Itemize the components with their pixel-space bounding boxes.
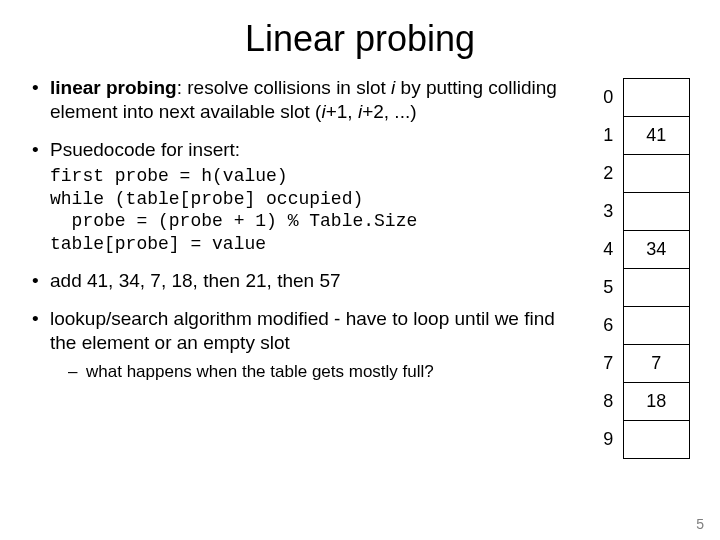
table-row: 0 <box>594 79 690 117</box>
bullet-pseudocode: Psuedocode for insert: first probe = h(v… <box>30 138 580 256</box>
row-index: 2 <box>594 155 623 193</box>
table-row: 434 <box>594 231 690 269</box>
page-title: Linear probing <box>30 18 690 60</box>
bullet-add-sequence: add 41, 34, 7, 18, then 21, then 57 <box>30 269 580 293</box>
text: lookup/search algorithm modified - have … <box>50 308 555 353</box>
row-index: 0 <box>594 79 623 117</box>
row-value: 18 <box>623 383 689 421</box>
table-row: 3 <box>594 193 690 231</box>
hash-table-column: 0 141 2 3 434 5 6 77 818 9 <box>594 76 690 459</box>
row-value <box>623 155 689 193</box>
table-row: 818 <box>594 383 690 421</box>
row-index: 3 <box>594 193 623 231</box>
row-index: 9 <box>594 421 623 459</box>
text: +1, <box>326 101 358 122</box>
row-value: 7 <box>623 345 689 383</box>
text: Psuedocode for insert: <box>50 139 240 160</box>
table-row: 77 <box>594 345 690 383</box>
code-block: first probe = h(value) while (table[prob… <box>50 165 580 255</box>
row-index: 1 <box>594 117 623 155</box>
bullet-column: linear probing: resolve collisions in sl… <box>30 76 580 459</box>
row-value <box>623 193 689 231</box>
text: +2, ...) <box>362 101 416 122</box>
text: what happens when the table gets mostly … <box>86 362 434 381</box>
term: linear probing <box>50 77 177 98</box>
table-row: 5 <box>594 269 690 307</box>
bullet-definition: linear probing: resolve collisions in sl… <box>30 76 580 124</box>
content-row: linear probing: resolve collisions in sl… <box>30 76 690 459</box>
bullet-list: linear probing: resolve collisions in sl… <box>30 76 580 382</box>
text: add 41, 34, 7, 18, then 21, then 57 <box>50 270 341 291</box>
table-row: 6 <box>594 307 690 345</box>
row-index: 5 <box>594 269 623 307</box>
row-value <box>623 421 689 459</box>
row-value <box>623 307 689 345</box>
row-value <box>623 79 689 117</box>
row-index: 7 <box>594 345 623 383</box>
row-index: 8 <box>594 383 623 421</box>
row-index: 6 <box>594 307 623 345</box>
table-row: 9 <box>594 421 690 459</box>
table-row: 2 <box>594 155 690 193</box>
hash-table: 0 141 2 3 434 5 6 77 818 9 <box>594 78 690 459</box>
row-value <box>623 269 689 307</box>
bullet-lookup: lookup/search algorithm modified - have … <box>30 307 580 382</box>
hash-table-body: 0 141 2 3 434 5 6 77 818 9 <box>594 79 690 459</box>
sub-bullet-question: what happens when the table gets mostly … <box>68 361 580 382</box>
row-value: 34 <box>623 231 689 269</box>
page-number: 5 <box>696 516 704 532</box>
row-value: 41 <box>623 117 689 155</box>
text: : resolve collisions in slot <box>177 77 391 98</box>
table-row: 141 <box>594 117 690 155</box>
sub-bullet-list: what happens when the table gets mostly … <box>50 361 580 382</box>
slide: Linear probing linear probing: resolve c… <box>0 0 720 469</box>
row-index: 4 <box>594 231 623 269</box>
